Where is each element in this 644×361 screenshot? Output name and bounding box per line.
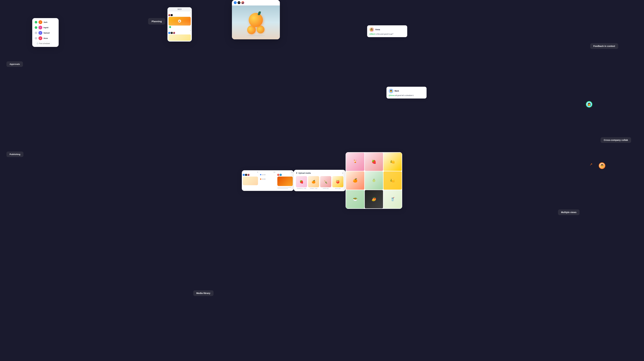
cal-date-9: 9 <box>243 171 258 173</box>
cal-post-11 <box>277 177 293 186</box>
check-ingrid: ✓ <box>35 26 37 29</box>
fruit-art <box>246 13 265 36</box>
upload-item-3[interactable]: 🍑 peach.jpg <box>332 176 344 189</box>
anna-avatar: 👩 <box>369 27 374 32</box>
collab-avatar-1-emoji: 👩 <box>588 103 591 106</box>
upload-title-text: Upload media <box>298 172 311 174</box>
media-cell-5[interactable]: 🍋 <box>384 171 402 190</box>
multiple-views-label: Multiple views <box>558 209 580 215</box>
approval-item-ingrid: ✓ I Ingrid <box>35 26 56 30</box>
collab-avatar-1: 👩 <box>586 101 592 108</box>
avatar-ingrid: I <box>38 26 42 30</box>
post-img-1: ▶ <box>168 17 191 26</box>
media-emoji-2: 🍋 <box>384 153 402 171</box>
upload-item-0[interactable]: 🍓 strawberry_1.jpg <box>296 176 307 189</box>
upload-item-2[interactable]: 🍾 bottles.jpg <box>320 176 331 189</box>
time-1215: 12:15 <box>262 174 266 175</box>
cal-time-row-2: 15:20 <box>260 178 275 180</box>
fb-icon-main: f <box>234 1 237 4</box>
approvals-card: ✓ J Jack ✓ I Ingrid S Samuel A Anne 🕐 <box>32 18 59 47</box>
mark-mention: @Anna <box>389 94 395 96</box>
media-emoji-8: 🥤 <box>384 190 402 208</box>
media-cell-1[interactable]: 🍓 <box>365 153 383 171</box>
check-anne <box>35 37 37 40</box>
mark-avatar: 👨 <box>389 89 394 93</box>
media-cell-6[interactable]: 🥗 <box>346 190 364 208</box>
instagram-icon-1: 📷 <box>168 14 170 16</box>
media-emoji-4: 🍈 <box>365 171 383 190</box>
date-9: 9 <box>168 30 191 32</box>
big-post-image <box>232 6 280 39</box>
cal-post-9 <box>243 177 258 185</box>
anna-mention: @Mark <box>369 33 375 35</box>
social-icons-row1: 📷 ♪ <box>168 14 191 16</box>
upload-thumb-2: 🍾 <box>320 176 331 187</box>
check-green-1: ✓ <box>169 26 171 28</box>
planning-weekday: WED <box>168 7 192 12</box>
name-samuel: Samuel <box>44 32 50 34</box>
collab-avatar-2-emoji: 👨 <box>600 164 604 167</box>
media-cell-8[interactable]: 🥤 <box>384 190 402 208</box>
cal-date-11: 11 <box>277 171 293 173</box>
cal-post-11-lines <box>277 187 293 189</box>
mark-comment-header: 👨 Mark <box>389 89 424 93</box>
upload-title-row: ⬆ Upload media <box>296 172 311 174</box>
planning-row-2: 9 f ✕ 📷 <box>168 29 192 42</box>
cal-spacer <box>260 176 275 178</box>
upload-media-card: ⬆ Upload media × 🍓 strawberry_1.jpg 🍊 or… <box>294 170 346 191</box>
media-cell-0[interactable]: 🍹 <box>346 153 364 171</box>
upload-label-1: orange_2.jpg <box>308 188 319 189</box>
twitter-icon-2: ✕ <box>171 32 173 34</box>
name-jack: Jack <box>44 21 47 23</box>
media-cell-3[interactable]: 🍊 <box>346 171 364 190</box>
calendar-grid: 9 f ✕ 📷 10 12:15 15:20 <box>242 170 294 191</box>
cal-col-10: 10 12:15 15:20 <box>259 170 276 191</box>
media-cell-2[interactable]: 🍋 <box>384 153 402 171</box>
media-emoji-7: 🥭 <box>365 190 383 208</box>
anna-comment-bubble: 👩 Anna @Mark is this post good to go? <box>367 25 407 37</box>
media-emoji-6: 🥗 <box>346 190 364 208</box>
upload-thumb-3: 🍑 <box>332 176 344 187</box>
big-post-card: f ✕ 📷 <box>232 0 280 39</box>
avatar-samuel: S <box>38 31 42 35</box>
upload-emoji-2: 🍾 <box>320 176 331 187</box>
planning-row-1: 2 📷 ♪ ▶ ✓ <box>168 12 192 29</box>
instagram-icon-2: 📷 <box>173 32 175 34</box>
social-icons-row2: f ✕ 📷 <box>168 32 191 34</box>
upload-thumb-0: 🍓 <box>296 176 307 187</box>
date-2: 2 <box>168 12 191 14</box>
scene: Publishing Approvals ✓ J Jack ✓ I Ingrid… <box>0 0 644 361</box>
time-dot-orange <box>260 178 261 180</box>
approvals-inner: ✓ J Jack ✓ I Ingrid S Samuel A Anne 🕐 <box>35 20 56 45</box>
img-overlay <box>168 21 191 26</box>
cal-icons-9: f ✕ 📷 <box>243 174 258 176</box>
media-cell-7[interactable]: 🥭 <box>365 190 383 208</box>
collab-avatar-2: 👨 <box>599 162 605 169</box>
arrow-icon: ↗ <box>590 162 592 167</box>
media-emoji-3: 🍊 <box>346 171 364 190</box>
name-anne: Anne <box>44 37 48 39</box>
upload-item-1[interactable]: 🍊 orange_2.jpg <box>308 176 319 189</box>
media-library-label: Media library <box>193 290 214 296</box>
cal-fb: f <box>243 174 245 176</box>
name-ingrid: Ingrid <box>44 27 48 29</box>
facebook-icon-2: f <box>168 32 170 34</box>
upload-label-0: strawberry_1.jpg <box>296 188 307 189</box>
cal-col-9: 9 f ✕ 📷 <box>242 170 259 191</box>
ig-icon-main: 📷 <box>241 1 244 4</box>
check-jack: ✓ <box>35 21 37 24</box>
mark-name: Mark <box>395 90 399 92</box>
avatar-jack: J <box>38 20 42 24</box>
avatar-anne: A <box>38 36 42 40</box>
clock-icon: 🕐 <box>36 43 38 44</box>
upload-grid: 🍓 strawberry_1.jpg 🍊 orange_2.jpg 🍾 bott… <box>296 176 344 189</box>
media-grid-card: 🍹 🍓 🍋 🍊 🍈 🍋 🥗 🥭 <box>346 152 402 209</box>
upload-close-button[interactable]: × <box>342 172 344 174</box>
upload-header: ⬆ Upload media × <box>296 172 344 174</box>
planning-post-2 <box>168 35 191 41</box>
media-cell-4[interactable]: 🍈 <box>365 171 383 190</box>
tiktok-icon-1: ♪ <box>171 14 173 16</box>
approvals-label: Approvals <box>6 61 23 67</box>
cal-gm: G <box>277 174 279 176</box>
planning-card: WED 2 📷 ♪ ▶ ✓ 9 f ✕ 📷 <box>168 7 192 42</box>
